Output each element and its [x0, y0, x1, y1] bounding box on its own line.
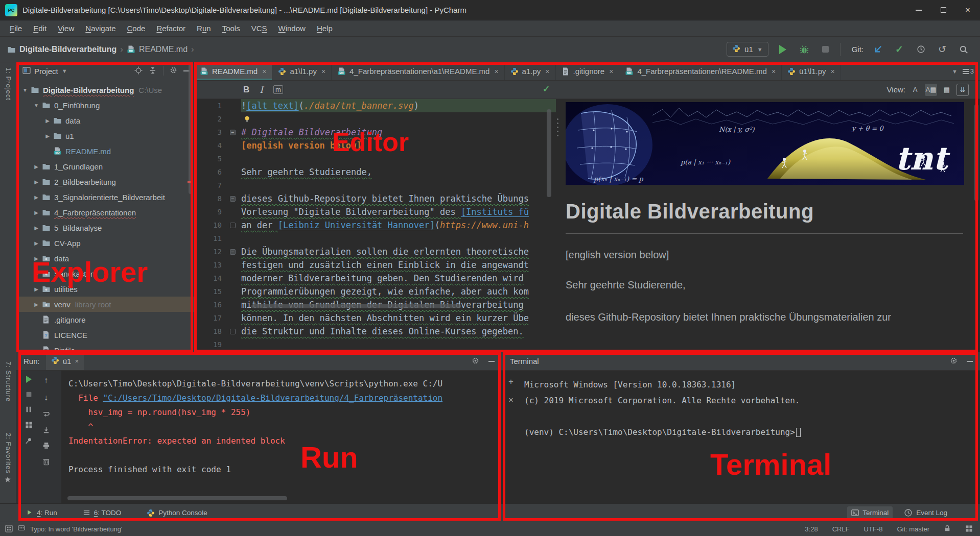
code-line[interactable]: 19: [194, 338, 556, 351]
tree-scrollbar[interactable]: [189, 63, 193, 194]
code-line[interactable]: 6Sehr geehrte Studierende,: [194, 165, 556, 179]
run-configuration-select[interactable]: ü1 ▼: [727, 42, 768, 57]
menu-navigate[interactable]: Navigate: [80, 20, 121, 37]
code-line[interactable]: 14moderner Bildverarbeitung geben. Den S…: [194, 272, 556, 285]
pause-output-icon[interactable]: [25, 406, 32, 413]
code-line[interactable]: 18die Struktur und Inhalte dieses Online…: [194, 325, 556, 338]
search-everywhere-button[interactable]: [956, 42, 971, 57]
md-code-button[interactable]: m: [273, 85, 283, 94]
tree-expand-icon[interactable]: ▶: [32, 240, 41, 246]
debug-button[interactable]: [797, 42, 811, 57]
code-line[interactable]: 4[english version below]: [194, 139, 556, 152]
tree-expand-icon[interactable]: ▶: [32, 179, 41, 185]
close-tab-icon[interactable]: ×: [831, 67, 835, 76]
auto-scroll-preview-button[interactable]: ⇊: [956, 84, 969, 96]
up-stack-trace-icon[interactable]: ↑: [44, 376, 48, 385]
terminal-prompt[interactable]: (venv) C:\Users\Timo\Desktop\Digitale-Bi…: [524, 424, 980, 440]
code-line[interactable]: 9Vorlesung "Digitale Bildverarbeitung" d…: [194, 205, 556, 218]
code-line[interactable]: 10an der [Leibniz Universität Hannover](…: [194, 218, 556, 232]
md-bold-button[interactable]: B: [243, 85, 249, 95]
caret-position[interactable]: 3:28: [805, 525, 818, 533]
fold-marker-icon[interactable]: −: [230, 196, 236, 202]
close-button[interactable]: ×: [955, 0, 980, 20]
code-line[interactable]: 17können. In den nächsten Abschnitten wi…: [194, 311, 556, 325]
tree-expand-icon[interactable]: ▶: [32, 194, 41, 200]
stacktrace-link[interactable]: "C:/Users/Timo/Desktop/Digitale-Bildvera…: [103, 393, 442, 403]
tree-expand-icon[interactable]: ▼: [32, 103, 41, 108]
line-separator-indicator[interactable]: CRLF: [832, 525, 850, 533]
locate-file-button[interactable]: [134, 66, 143, 76]
menu-vcs[interactable]: VCS: [246, 20, 273, 37]
code-line[interactable]: 15Programmierübungen gezeigt, wie einfac…: [194, 285, 556, 298]
collapse-all-button[interactable]: [149, 66, 157, 76]
stripe-button-structure[interactable]: 7: Structure: [0, 361, 16, 402]
tree-row[interactable]: ▶Sandkasten: [16, 266, 194, 281]
chevron-down-icon[interactable]: ▼: [62, 68, 67, 74]
close-icon[interactable]: ×: [75, 357, 79, 365]
editor-tab[interactable]: MD4_Farbrepräsentationen\README.md×: [619, 62, 782, 80]
gear-icon[interactable]: [950, 357, 958, 366]
tree-row[interactable]: ▶5_Bildanalyse: [16, 220, 194, 235]
tree-expand-icon[interactable]: ▶: [32, 256, 41, 261]
git-commit-button[interactable]: ✓: [892, 42, 906, 57]
tree-row[interactable]: MDREADME.md: [16, 143, 194, 159]
code-line[interactable]: 2: [194, 112, 556, 126]
restore-layout-icon[interactable]: [25, 421, 33, 429]
encoding-indicator[interactable]: UTF-8: [864, 525, 883, 533]
stripe-button-project[interactable]: 1: Project: [0, 67, 16, 101]
breadcrumb-item[interactable]: Digitale-Bildverarbeitung: [7, 45, 116, 54]
clear-all-icon[interactable]: [42, 458, 50, 466]
menu-refactor[interactable]: Refactor: [151, 20, 191, 37]
status-message[interactable]: Typo: In word 'Bildverarbeitung': [30, 525, 123, 533]
minimize-button[interactable]: [906, 0, 931, 20]
menu-run[interactable]: Run: [191, 20, 217, 37]
console-horizontal-scrollbar[interactable]: [67, 496, 287, 500]
fold-marker-icon[interactable]: [230, 223, 236, 228]
editor-horizontal-scrollbar[interactable]: [251, 304, 461, 308]
code-line[interactable]: 5: [194, 152, 556, 165]
code-line[interactable]: 8−dieses Github-Repository bietet Ihnen …: [194, 192, 556, 205]
gear-icon[interactable]: [170, 66, 177, 76]
toolwindow-button-pythonconsole[interactable]: Python Console: [143, 506, 211, 520]
lock-icon[interactable]: [944, 525, 951, 533]
close-tab-icon[interactable]: ×: [772, 67, 776, 76]
indicator-icon[interactable]: [965, 525, 973, 534]
toolwindow-button-todo[interactable]: 6: TODO: [79, 506, 126, 519]
tree-row[interactable]: .gitignore: [16, 312, 194, 327]
git-update-button[interactable]: [871, 42, 885, 57]
tree-row[interactable]: ?LICENCE: [16, 327, 194, 343]
tree-expand-icon[interactable]: ▶: [32, 210, 41, 215]
terminal-output[interactable]: Microsoft Windows [Version 10.0.18363.13…: [520, 371, 980, 503]
history-button[interactable]: [914, 42, 928, 57]
down-stack-trace-icon[interactable]: ↓: [44, 393, 48, 402]
code-line[interactable]: 13festigen und zusätzlich einen Einblick…: [194, 258, 556, 272]
hide-panel-button[interactable]: [967, 361, 973, 362]
tree-row[interactable]: ▶3_Signalorientierte_Bildverarbeit: [16, 189, 194, 205]
fold-marker-icon[interactable]: −: [230, 249, 236, 255]
run-console-output[interactable]: C:\Users\Timo\Desktop\Digitale-Bildverar…: [61, 371, 502, 503]
tree-row[interactable]: ▶utilities: [16, 281, 194, 297]
menu-code[interactable]: Code: [122, 20, 151, 37]
git-branch-indicator[interactable]: Git: master: [897, 525, 929, 533]
pin-icon[interactable]: [25, 437, 33, 445]
menu-window[interactable]: Window: [273, 20, 311, 37]
menu-edit[interactable]: Edit: [28, 20, 52, 37]
tree-expand-icon[interactable]: ▶: [43, 133, 52, 139]
md-italic-button[interactable]: I: [260, 85, 263, 95]
tree-row[interactable]: ▶CV-App: [16, 235, 194, 251]
editor-tab[interactable]: MDREADME.md×: [194, 62, 272, 80]
editor-vertical-scrollbar[interactable]: [547, 109, 551, 197]
print-icon[interactable]: [42, 442, 50, 450]
new-session-button[interactable]: +: [508, 377, 514, 387]
toolwindow-button-eventlog[interactable]: Event Log: [900, 506, 951, 520]
code-line[interactable]: 7: [194, 179, 556, 192]
breadcrumb-item[interactable]: MDREADME.md: [127, 45, 188, 54]
hidden-tabs-indicator[interactable]: 3: [963, 67, 974, 75]
toolwindow-button-terminal[interactable]: Terminal: [847, 506, 893, 519]
scroll-to-end-icon[interactable]: [42, 426, 50, 434]
code-line[interactable]: 1![alt text](./data/tnt_banner.svg): [194, 99, 556, 112]
markdown-editor[interactable]: 1![alt text](./data/tnt_banner.svg)23−# …: [194, 99, 556, 352]
editor-tab[interactable]: MD4_Farbrepräsentationen\a1\README.md×: [332, 62, 505, 80]
editor-tab[interactable]: a1.py×: [505, 62, 556, 80]
preview-scrollbar[interactable]: [974, 104, 978, 201]
